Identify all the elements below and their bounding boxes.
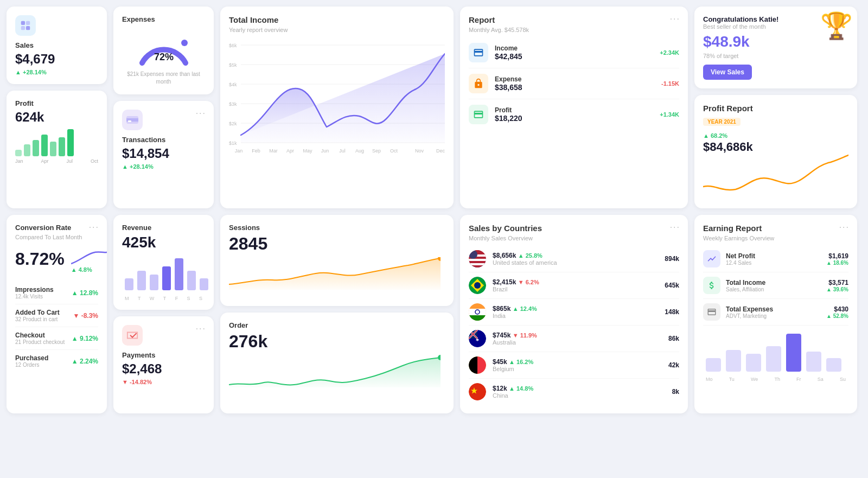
order-card: Order 276k: [220, 313, 454, 413]
purchased-label: Purchased: [15, 354, 48, 362]
earn-expenses-label: Total Expenses: [726, 305, 826, 313]
congrats-target: 78% of target: [703, 53, 848, 59]
report-profit-row: Profit $18,220 +1.34K: [469, 99, 679, 130]
country-india: $865k ▲ 12.4% India 148k: [469, 299, 679, 326]
svg-point-63: [469, 383, 486, 400]
earn-day-su: Su: [840, 377, 846, 382]
income-subtitle: Yearly report overview: [229, 27, 445, 33]
country-australia: $745k ▼ 11.9% Australia 86k: [469, 326, 679, 352]
report-subtitle: Monthly Avg. $45.578k: [469, 27, 679, 33]
brazil-name: Brazil: [493, 286, 665, 292]
income-title: Total Income: [229, 15, 445, 24]
rev-day-t2: T: [163, 296, 167, 301]
rev-day-s2: S: [199, 296, 202, 301]
report-income-row: Income $42,845 +2.34K: [469, 37, 679, 68]
svg-point-4: [181, 40, 188, 46]
expense-delta: -1.15K: [661, 80, 679, 87]
profit-title: Profit: [15, 99, 98, 107]
svg-text:Jun: Jun: [321, 148, 329, 154]
sessions-card: Sessions 2845: [220, 215, 454, 306]
earn-income-sub: Sales, Affiliation: [726, 286, 826, 292]
svg-rect-53: [469, 315, 486, 321]
svg-text:Nov: Nov: [415, 148, 424, 154]
svg-rect-35: [137, 271, 146, 290]
earn-netprofit-val: $1,619: [826, 252, 848, 260]
transactions-title: Transactions: [122, 136, 205, 144]
australia-total: 86k: [668, 335, 679, 342]
svg-text:Sep: Sep: [372, 148, 381, 154]
earning-chart: Mo Tu We Th Fr Sa Su: [703, 331, 848, 382]
income-delta: +2.34K: [660, 49, 679, 56]
order-title: Order: [229, 321, 445, 329]
earning-title: Earning Report: [703, 224, 848, 233]
conversion-title: Conversion Rate: [15, 224, 98, 232]
rev-day-f: F: [175, 296, 178, 301]
earn-day-fr: Fr: [796, 377, 801, 382]
earn-day-th: Th: [774, 377, 780, 382]
profit-report-value: $84,686k: [703, 140, 848, 154]
total-income-card: Total Income Yearly report overview $6k …: [220, 7, 454, 208]
profit-bars: [15, 129, 98, 156]
svg-text:Jan: Jan: [235, 148, 243, 154]
checkout-label: Checkout: [15, 332, 65, 339]
year-badge: YEAR 2021: [703, 118, 741, 126]
svg-rect-68: [766, 346, 781, 372]
revenue-card: Revenue 425k M T W T F: [113, 215, 214, 310]
belgium-total: 42k: [668, 361, 679, 369]
svg-rect-40: [200, 278, 208, 290]
sales-badge: ▲ +28.14%: [15, 69, 98, 75]
svg-rect-66: [726, 350, 741, 372]
svg-rect-2: [21, 26, 25, 30]
flag-australia: [469, 330, 486, 347]
earn-day-tu: Tu: [729, 377, 735, 382]
expenses-card: Expenses 72% $21k Expenses more than las…: [113, 7, 214, 94]
report-menu[interactable]: ···: [670, 14, 680, 24]
countries-menu[interactable]: ···: [670, 222, 680, 232]
svg-rect-70: [806, 352, 821, 372]
sessions-title: Sessions: [229, 224, 445, 232]
svg-text:$2k: $2k: [229, 121, 237, 126]
expenses-gauge: 72%: [134, 28, 194, 68]
australia-value: $745k ▼ 11.9%: [493, 332, 668, 339]
svg-rect-46: [469, 263, 486, 265]
svg-rect-0: [21, 21, 25, 25]
report-expense-row: Expense $38,658 -1.15K: [469, 68, 679, 99]
profit-value: 624k: [15, 110, 98, 125]
flag-china: [469, 383, 486, 400]
conversion-menu[interactable]: ···: [89, 222, 99, 232]
svg-rect-3: [26, 26, 30, 30]
earn-expenses-icon: [703, 303, 720, 321]
svg-text:Oct: Oct: [390, 148, 398, 154]
rev-day-m: M: [125, 296, 129, 301]
expense-value: $38,658: [495, 83, 657, 92]
countries-subtitle: Monthly Sales Overview: [469, 235, 679, 241]
payments-menu[interactable]: ···: [196, 324, 206, 334]
conversion-card: ··· Conversion Rate Compared To Last Mon…: [7, 215, 107, 413]
flag-india: [469, 303, 486, 321]
report-profit-label: Profit: [495, 106, 655, 114]
svg-text:Feb: Feb: [252, 148, 260, 154]
profit-label-oct: Oct: [91, 158, 98, 164]
profit-report-pct: ▲ 68.2%: [703, 132, 727, 139]
china-value: $12k ▲ 14.8%: [493, 385, 672, 392]
profit-label-jan: Jan: [15, 158, 23, 164]
svg-text:$1k: $1k: [229, 141, 237, 146]
svg-rect-34: [125, 278, 133, 290]
transactions-card: ··· Transactions $14,854 ▲ +28.14%: [113, 101, 214, 208]
view-sales-button[interactable]: View Sales: [703, 65, 752, 80]
svg-text:Aug: Aug: [355, 148, 364, 154]
svg-text:May: May: [303, 148, 312, 154]
earning-menu[interactable]: ···: [839, 222, 850, 232]
sessions-value: 2845: [229, 234, 445, 254]
payments-title: Payments: [122, 351, 205, 359]
svg-point-50: [474, 282, 481, 289]
transactions-menu[interactable]: ···: [196, 109, 206, 118]
country-belgium: $45k ▲ 16.2% Belgium 42k: [469, 352, 679, 379]
svg-text:$3k: $3k: [229, 101, 237, 107]
brazil-total: 645k: [665, 282, 679, 289]
earn-netprofit-icon: [703, 250, 720, 267]
flag-brazil: [469, 277, 486, 294]
earn-expenses-val: $430: [826, 305, 848, 313]
sales-title: Sales: [15, 41, 98, 49]
payments-card: ··· Payments $2,468 ▼ -14.82%: [113, 316, 214, 413]
